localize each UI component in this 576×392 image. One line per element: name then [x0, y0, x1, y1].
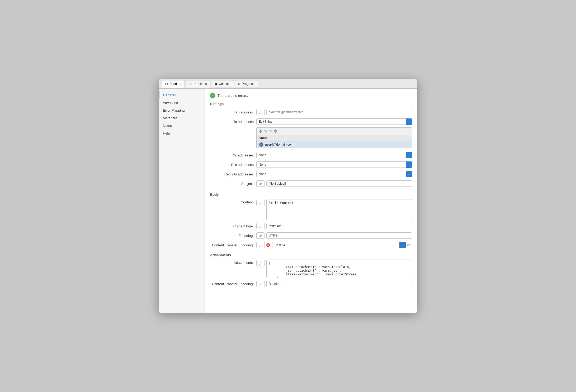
subject-row: Subject: fx — [210, 180, 412, 187]
body-section: Body Content: fx Email Content ContentTy… — [210, 193, 412, 249]
content-area: ✓ There are no errors. Settings From add… — [205, 89, 417, 313]
from-address-label: From address: — [210, 110, 256, 114]
cc-addresses-select-wrapper: None ⌄ — [256, 152, 412, 158]
subject-input[interactable] — [266, 180, 412, 187]
to-addresses-row: To addresses Edit inline ⌄ — [210, 118, 412, 125]
reply-to-select[interactable]: None — [256, 171, 412, 177]
body-transfer-encoding-row: Content Transfer Encoding: fx ✕ Base64 ⌄… — [210, 241, 412, 249]
main-window: ✉ Send ✕ ⚠ Problems ▣ Console ▶ Progress… — [159, 79, 417, 313]
body-transfer-encoding-fx-button[interactable]: fx — [256, 242, 265, 248]
attachments-title: Attachments — [210, 253, 412, 257]
content-fx-button[interactable]: fx — [256, 200, 265, 206]
subject-fx-button[interactable]: fx — [256, 180, 265, 187]
sidebar-item-notes[interactable]: Notes — [159, 122, 205, 130]
progress-tab-label: Progress — [242, 82, 254, 86]
problems-tab-icon: ⚠ — [189, 82, 192, 86]
body-transfer-encoding-label: Content Transfer Encoding: — [210, 243, 256, 247]
sidebar-general-label: General — [163, 93, 176, 97]
settings-section: Settings From address: fx To addresses E… — [210, 102, 412, 187]
tab-progress[interactable]: ▶ Progress — [235, 80, 258, 87]
sidebar-item-error-mapping[interactable]: Error Mapping — [159, 107, 205, 114]
content-type-input[interactable] — [266, 223, 412, 229]
attachments-section: Attachments Attachments: fx { 'text-atta… — [210, 253, 412, 288]
bcc-addresses-select-wrapper: None ⌄ — [256, 161, 412, 168]
tab-problems[interactable]: ⚠ Problems — [186, 80, 210, 88]
inline-table-toolbar: ✚ ✎ ✕ ✲ — [257, 128, 412, 135]
bcc-addresses-row: Bcc addresses None ⌄ — [210, 161, 412, 168]
reply-to-row: Reply to addresses None ⌄ — [210, 170, 412, 178]
encoding-fx-button[interactable]: fx — [256, 232, 265, 239]
to-addresses-select-wrapper: Edit inline ⌄ — [256, 118, 412, 125]
console-tab-label: Console — [219, 82, 230, 86]
send-tab-label: Send — [169, 82, 177, 86]
no-errors-banner: ✓ There are no errors. — [210, 93, 412, 98]
console-tab-icon: ▣ — [215, 82, 218, 86]
from-address-fx-button[interactable]: fx — [256, 109, 265, 115]
problems-tab-label: Problems — [193, 82, 207, 86]
content-type-label: ContentType: — [210, 224, 256, 228]
titlebar: ✉ Send ✕ ⚠ Problems ▣ Console ▶ Progress — [159, 79, 417, 89]
table-column-header: Value — [257, 135, 412, 141]
sidebar-error-mapping-label: Error Mapping — [163, 108, 185, 112]
to-addresses-select[interactable]: Edit inline — [256, 118, 412, 125]
reply-to-select-wrapper: None ⌄ — [256, 171, 412, 177]
tab-bar: ✉ Send ✕ ⚠ Problems ▣ Console ▶ Progress — [162, 80, 259, 88]
content-row: Content: fx Email Content — [210, 199, 412, 220]
cc-addresses-select[interactable]: None — [256, 152, 412, 158]
table-row[interactable]: G user4@domain.com — [257, 141, 412, 148]
body-transfer-encoding-select-row: ✕ Base64 ⌄ ⇄ — [266, 242, 412, 248]
attachments-transfer-encoding-row: Content Transfer Encoding: fx — [210, 280, 412, 288]
add-row-button[interactable]: ✚ — [259, 129, 262, 134]
sidebar-metadata-label: Metadata — [163, 116, 177, 120]
content-type-fx-button[interactable]: fx — [256, 223, 265, 229]
content-label: Content: — [210, 199, 256, 204]
progress-tab-icon: ▶ — [238, 82, 240, 86]
reply-to-label: Reply to addresses — [210, 172, 256, 176]
email-row-icon: G — [259, 142, 263, 147]
attachments-transfer-encoding-fx-button[interactable]: fx — [256, 281, 265, 287]
from-address-input[interactable] — [266, 109, 412, 115]
body-transfer-encoding-select-wrapper: Base64 ⌄ — [272, 242, 406, 248]
tab-send[interactable]: ✉ Send ✕ — [162, 80, 185, 88]
bcc-addresses-select[interactable]: None — [256, 161, 412, 168]
sidebar-item-metadata[interactable]: Metadata — [159, 114, 205, 122]
send-tab-close[interactable]: ✕ — [179, 83, 181, 85]
sidebar-item-general[interactable]: General — [159, 91, 205, 99]
encoding-input[interactable] — [266, 232, 412, 239]
config-button[interactable]: ✲ — [274, 129, 277, 134]
sidebar: General Advanced Error Mapping Metadata … — [159, 89, 205, 313]
body-title: Body — [210, 193, 412, 197]
send-tab-icon: ✉ — [165, 82, 168, 86]
swap-icon[interactable]: ⇄ — [407, 242, 412, 248]
content-type-row: ContentType: fx — [210, 222, 412, 230]
cc-addresses-row: Cc addresses None ⌄ — [210, 151, 412, 159]
bcc-addresses-label: Bcc addresses — [210, 163, 256, 167]
edit-row-button[interactable]: ✎ — [264, 129, 267, 134]
attachments-transfer-encoding-label: Content Transfer Encoding: — [210, 282, 256, 286]
sidebar-notes-label: Notes — [163, 124, 172, 128]
sidebar-advanced-label: Advanced — [163, 101, 178, 105]
encoding-row: Encoding: fx — [210, 232, 412, 239]
sidebar-item-advanced[interactable]: Advanced — [159, 99, 205, 107]
attachments-row: Attachments: fx { 'text-attachment' : va… — [210, 260, 412, 278]
transfer-encoding-error-icon: ✕ — [266, 243, 270, 247]
delete-row-button[interactable]: ✕ — [269, 129, 272, 134]
email-row-value: user4@domain.com — [265, 143, 294, 146]
body-transfer-encoding-select[interactable]: Base64 — [272, 242, 406, 248]
content-textarea[interactable]: Email Content — [266, 199, 412, 220]
inline-table: ✚ ✎ ✕ ✲ Value G user4@domain.com — [256, 127, 412, 148]
main-layout: General Advanced Error Mapping Metadata … — [159, 89, 417, 313]
sidebar-help-label: Help — [163, 131, 170, 135]
sidebar-item-help[interactable]: Help — [159, 130, 205, 137]
settings-title: Settings — [210, 102, 412, 106]
to-addresses-label: To addresses — [210, 120, 256, 124]
attachments-fx-button[interactable]: fx — [256, 260, 265, 266]
attachments-textarea[interactable]: { 'text-attachment' : vars.textPlain, 'j… — [266, 260, 412, 278]
tab-console[interactable]: ▣ Console — [211, 80, 234, 87]
inline-table-row: ✚ ✎ ✕ ✲ Value G user4@domain.com — [210, 127, 412, 148]
from-address-row: From address: fx — [210, 108, 412, 116]
cc-addresses-label: Cc addresses — [210, 153, 256, 157]
encoding-label: Encoding: — [210, 234, 256, 238]
attachments-transfer-encoding-input[interactable] — [266, 281, 412, 287]
subject-label: Subject: — [210, 182, 256, 186]
